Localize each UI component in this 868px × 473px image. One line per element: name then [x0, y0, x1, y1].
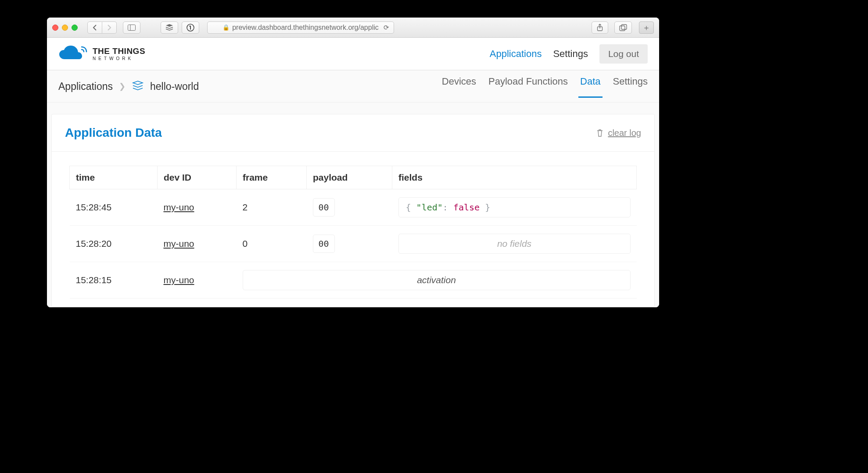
reload-icon[interactable]: ⟳ [384, 24, 389, 32]
col-time: time [70, 166, 158, 189]
tab-data[interactable]: Data [580, 76, 600, 97]
tab-devices[interactable]: Devices [442, 76, 476, 97]
breadcrumb-root[interactable]: Applications [58, 81, 113, 92]
sub-navbar: Applications ❯ hello-world Devices Paylo… [47, 70, 659, 103]
nav-buttons [87, 21, 117, 34]
svg-rect-4 [189, 25, 190, 26]
app-tabs: Devices Payload Functions Data Settings [442, 76, 648, 97]
data-table-container: time dev ID frame payload fields 15:28:4… [52, 152, 654, 307]
tab-payload[interactable]: Payload Functions [488, 76, 568, 97]
page-content: THE THINGS NETWORK Applications Settings… [47, 38, 659, 307]
tabs-button[interactable] [614, 21, 632, 34]
svg-rect-7 [621, 25, 627, 29]
clear-log-label: clear log [608, 128, 641, 138]
table-row: 15:28:15 my-uno activation [70, 262, 637, 299]
device-link[interactable]: my-uno [164, 238, 194, 249]
top-navbar: THE THINGS NETWORK Applications Settings… [47, 38, 659, 70]
no-fields-label: no fields [398, 234, 631, 254]
new-tab-button[interactable]: ＋ [639, 21, 654, 34]
brand-line1: THE THINGS [93, 47, 145, 55]
payload-chip: 00 [313, 235, 335, 253]
panel-header: Application Data clear log [52, 114, 654, 152]
svg-rect-0 [128, 25, 136, 30]
nav-settings[interactable]: Settings [553, 48, 588, 60]
col-payload: payload [307, 166, 392, 189]
svg-rect-6 [620, 26, 625, 31]
logout-button[interactable]: Log out [599, 44, 648, 64]
extension-stack-icon[interactable] [161, 21, 178, 34]
extension-onepassword-icon[interactable] [182, 21, 199, 34]
panel-title: Application Data [65, 126, 162, 140]
forward-button[interactable] [102, 21, 117, 34]
table-row: 15:28:45 my-uno 2 00 { "led": false } [70, 189, 637, 226]
brand-text: THE THINGS NETWORK [93, 47, 145, 61]
table-row: 15:28:20 my-uno 0 00 no fields [70, 226, 637, 262]
brand-logo[interactable]: THE THINGS NETWORK [58, 45, 145, 63]
cell-time: 15:28:45 [70, 189, 158, 226]
zoom-window-button[interactable] [72, 25, 78, 31]
close-window-button[interactable] [52, 25, 58, 31]
cloud-icon [58, 45, 87, 63]
breadcrumb: Applications ❯ hello-world [58, 80, 199, 92]
browser-titlebar: 🔒 preview.dashboard.thethingsnetwork.org… [47, 18, 659, 38]
cell-frame: 2 [237, 189, 307, 226]
sidebar-toggle-button[interactable] [123, 21, 140, 34]
trash-icon [596, 129, 603, 137]
col-fields: fields [392, 166, 637, 189]
payload-chip: 00 [313, 198, 335, 217]
cell-time: 15:28:15 [70, 262, 158, 299]
application-icon [132, 80, 144, 92]
device-link[interactable]: my-uno [164, 202, 194, 212]
svg-rect-3 [190, 25, 191, 29]
data-panel: Application Data clear log time [51, 114, 655, 307]
lock-icon: 🔒 [222, 24, 230, 31]
data-table: time dev ID frame payload fields 15:28:4… [69, 166, 637, 299]
browser-window: 🔒 preview.dashboard.thethingsnetwork.org… [47, 18, 659, 307]
cell-time: 15:28:20 [70, 226, 158, 262]
url-text: preview.dashboard.thethingsnetwork.org/a… [232, 24, 379, 32]
device-link[interactable]: my-uno [164, 275, 194, 285]
breadcrumb-app: hello-world [150, 81, 199, 92]
chevron-right-icon: ❯ [119, 82, 126, 91]
cell-frame: 0 [237, 226, 307, 262]
col-dev-id: dev ID [158, 166, 237, 189]
minimize-window-button[interactable] [62, 25, 68, 31]
col-frame: frame [237, 166, 307, 189]
window-controls [52, 25, 78, 31]
brand-line2: NETWORK [93, 57, 145, 61]
clear-log-button[interactable]: clear log [596, 128, 641, 138]
share-button[interactable] [592, 21, 608, 34]
fields-json: { "led": false } [398, 197, 631, 217]
activation-label: activation [243, 270, 631, 290]
back-button[interactable] [87, 21, 102, 34]
nav-applications[interactable]: Applications [490, 48, 542, 60]
tab-settings[interactable]: Settings [613, 76, 648, 97]
address-bar[interactable]: 🔒 preview.dashboard.thethingsnetwork.org… [207, 21, 394, 34]
